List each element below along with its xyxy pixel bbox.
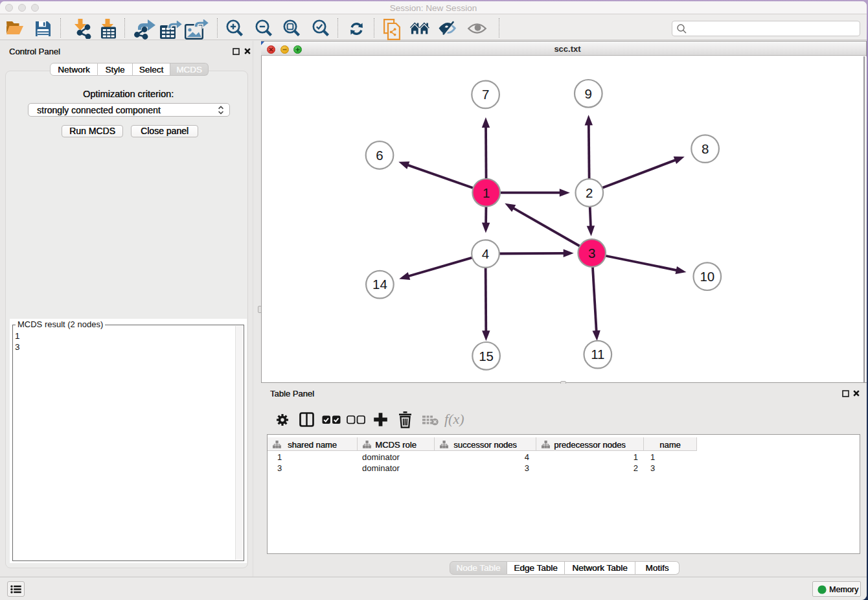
svg-text:10: 10 xyxy=(700,269,714,284)
svg-text:3: 3 xyxy=(588,246,595,260)
svg-text:6: 6 xyxy=(376,148,383,163)
svg-text:9: 9 xyxy=(585,86,592,101)
svg-text:15: 15 xyxy=(479,349,494,363)
svg-text:8: 8 xyxy=(702,141,709,156)
svg-text:14: 14 xyxy=(372,277,387,292)
svg-text:4: 4 xyxy=(482,246,489,261)
svg-text:7: 7 xyxy=(482,87,489,102)
svg-text:1: 1 xyxy=(483,185,490,200)
svg-text:2: 2 xyxy=(586,185,593,200)
svg-text:11: 11 xyxy=(591,347,604,362)
